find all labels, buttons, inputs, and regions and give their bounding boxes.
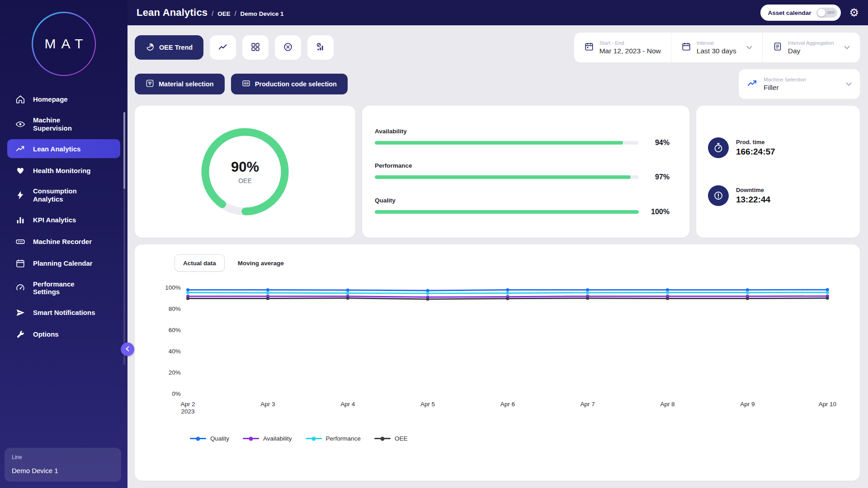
grid-icon: [250, 42, 260, 53]
legend-label: Quality: [210, 435, 229, 442]
interval-select[interactable]: Interval Last 30 days: [671, 33, 762, 62]
kpi-cards-row: 90% OEE Availability 94% Performance: [135, 106, 860, 238]
legend-item[interactable]: Quality: [190, 435, 229, 442]
legend-label: Availability: [263, 435, 292, 442]
sidebar-item-machine-supervision[interactable]: Machine Supervision: [7, 112, 120, 136]
downtime-row: Downtime 13:22:44: [708, 185, 848, 206]
start-end-value: Mar 12, 2023 - Now: [599, 47, 661, 55]
downtime-value: 13:22:44: [736, 195, 770, 205]
asset-calendar-label: Asset calendar: [768, 9, 811, 16]
kpi-bar-availability: Availability 94%: [375, 128, 670, 147]
sidebar-item-health-monitoring[interactable]: Health Monitoring: [7, 161, 120, 180]
kpi-bar-quality: Quality 100%: [375, 197, 670, 216]
top-header: Lean Analytics / OEE / Demo Device 1 Ass…: [127, 0, 868, 25]
page-title: Lean Analytics: [137, 7, 208, 19]
chart-legend: QualityAvailabilityPerformanceOEE: [190, 435, 848, 442]
sidebar-item-homepage[interactable]: Homepage: [7, 90, 120, 109]
content-area: OEE Trend Start - End Mar 12, 2023 - N: [127, 25, 868, 488]
progress-track: [375, 141, 639, 145]
aggregation-select[interactable]: Interval Aggregation Day: [762, 33, 860, 62]
line-chart[interactable]: 0%20%40%60%80%100%Apr 22023Apr 3Apr 4Apr…: [146, 281, 848, 423]
settings-gear-icon[interactable]: ⚙: [849, 7, 859, 18]
svg-text:Apr 4: Apr 4: [340, 401, 355, 408]
legend-item[interactable]: Availability: [243, 435, 292, 442]
kpi-bars-card: Availability 94% Performance 97% Quality: [362, 106, 689, 238]
sidebar-item-planning-calendar[interactable]: Planning Calendar: [7, 254, 120, 273]
legend-label: OEE: [395, 435, 408, 442]
sidebar-item-lean-analytics[interactable]: Lean Analytics: [7, 139, 120, 158]
sidebar-collapse-button[interactable]: [121, 343, 134, 356]
legend-label: Performance: [326, 435, 361, 442]
progress-track: [375, 210, 639, 214]
date-filter-card: Start - End Mar 12, 2023 - Now Interval …: [574, 33, 860, 62]
trend-line-icon: [747, 78, 758, 90]
start-end-picker[interactable]: Start - End Mar 12, 2023 - Now: [574, 33, 671, 62]
downtime-clock-icon: [708, 185, 729, 206]
interval-value: Last 30 days: [697, 47, 736, 55]
calendar-icon: [681, 42, 691, 53]
sidebar-item-consumption-analytics[interactable]: Consumption Analytics: [7, 183, 120, 207]
line-chart-icon: [218, 42, 228, 53]
machine-value: Filler: [764, 84, 835, 92]
material-selection-button[interactable]: Material selection: [135, 74, 225, 94]
gauge-icon: [15, 283, 25, 293]
stopwatch-icon: [708, 137, 729, 158]
sidebar-scrollbar[interactable]: [123, 112, 125, 365]
tab-actual-data[interactable]: Actual data: [175, 254, 225, 272]
sidebar-item-options[interactable]: Options: [7, 325, 120, 344]
legend-swatch: [306, 438, 322, 439]
close-circle-button[interactable]: [275, 35, 301, 60]
svg-text:20%: 20%: [169, 369, 181, 376]
sidebar-item-machine-recorder[interactable]: Machine Recorder: [7, 232, 120, 251]
chevron-down-icon: [844, 43, 850, 52]
legend-item[interactable]: Performance: [306, 435, 361, 442]
no-data-view-button[interactable]: [307, 35, 334, 60]
brand-logo-text: MAT: [39, 36, 88, 52]
oee-trend-button[interactable]: OEE Trend: [135, 35, 203, 60]
sidebar-item-performance-settings[interactable]: Performance Settings: [7, 276, 120, 300]
chart-tabs: Actual data Moving average: [175, 254, 848, 272]
breadcrumb-oee[interactable]: OEE: [217, 10, 231, 17]
trend-line-icon: [15, 144, 25, 154]
sidebar-item-kpi-analytics[interactable]: KPI Analytics: [7, 211, 120, 230]
calendar-icon: [584, 42, 594, 53]
svg-text:Apr 7: Apr 7: [580, 401, 595, 408]
asset-calendar-toggle[interactable]: OFF: [816, 8, 837, 18]
svg-text:100%: 100%: [165, 284, 180, 291]
bolt-icon: [15, 190, 25, 200]
grid-view-button[interactable]: [242, 35, 269, 60]
recorder-icon: [15, 237, 25, 247]
document-icon: [773, 42, 783, 53]
sidebar-nav: Homepage Machine Supervision Lean Analyt…: [0, 89, 127, 345]
production-code-selection-button[interactable]: Production code selection: [231, 74, 348, 94]
toolbar-row: OEE Trend Start - End Mar 12, 2023 - N: [135, 33, 860, 62]
filter-icon: [146, 79, 154, 89]
line-chart-view-button[interactable]: [210, 35, 236, 60]
svg-text:80%: 80%: [169, 305, 181, 312]
x-circle-icon: [283, 42, 293, 53]
device-card[interactable]: Line Demo Device 1: [5, 448, 121, 482]
tab-moving-average[interactable]: Moving average: [229, 254, 292, 272]
home-icon: [15, 94, 25, 104]
toggle-state-text: OFF: [827, 10, 835, 15]
svg-text:2023: 2023: [181, 408, 195, 415]
no-data-icon: [316, 42, 326, 53]
legend-item[interactable]: OEE: [374, 435, 408, 442]
main-column: Lean Analytics / OEE / Demo Device 1 Ass…: [127, 0, 868, 488]
machine-selection-dropdown[interactable]: Machine Selection Filler: [739, 69, 860, 99]
svg-text:0%: 0%: [172, 390, 180, 397]
legend-swatch: [243, 438, 259, 439]
breadcrumb-device[interactable]: Demo Device 1: [241, 10, 284, 17]
svg-text:60%: 60%: [169, 327, 181, 333]
svg-text:Apr 2: Apr 2: [181, 401, 195, 408]
svg-text:40%: 40%: [169, 348, 181, 355]
progress-fill: [375, 141, 623, 145]
pie-chart-icon: [146, 42, 155, 53]
calendar-icon: [15, 258, 25, 268]
svg-text:Apr 8: Apr 8: [660, 401, 675, 408]
asset-calendar-toggle-pill[interactable]: Asset calendar OFF: [760, 5, 841, 21]
sidebar-item-smart-notifications[interactable]: Smart Notifications: [7, 303, 120, 322]
gauge-value: 90%: [231, 159, 259, 175]
svg-text:Apr 10: Apr 10: [818, 401, 836, 408]
aggregation-value: Day: [788, 47, 834, 55]
